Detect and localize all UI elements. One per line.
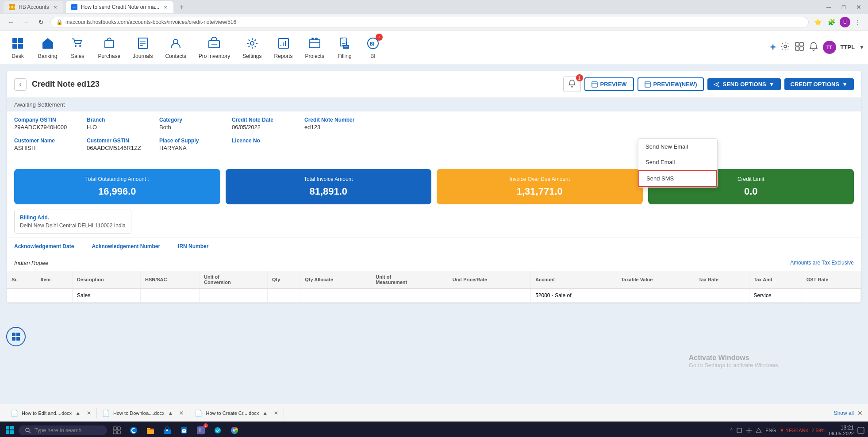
taskbar-search-bar[interactable]: Type here to search xyxy=(19,426,107,435)
taskbar-chrome[interactable] xyxy=(227,423,242,437)
taskbar-file-explorer[interactable] xyxy=(143,423,157,437)
cell-tax-rate xyxy=(694,289,749,303)
nav-item-filling[interactable]: Filling xyxy=(330,32,359,63)
banking-icon xyxy=(40,35,56,51)
taskbar-notification-icon[interactable] xyxy=(857,427,864,434)
tab-close-2[interactable]: ✕ xyxy=(163,4,168,11)
forward-button[interactable]: → xyxy=(20,16,32,28)
invoice-overdue-box: Invoice Over Due Amount 1,31,771.0 xyxy=(437,169,643,204)
user-avatar[interactable]: TT xyxy=(823,41,836,54)
credit-options-button[interactable]: CREDIT OPTIONS ▼ xyxy=(784,78,854,90)
address-bar[interactable]: 🔒 inaccounts.hostbooks.com/accounts-book… xyxy=(50,17,809,27)
nav-label-journals: Journals xyxy=(133,53,153,59)
preview-new-button[interactable]: PREVIEW(NEW) xyxy=(638,77,704,91)
place-of-supply-label: Place of Supply xyxy=(159,138,221,144)
customer-gstin-label: Customer GSTIN xyxy=(87,138,149,144)
download-item-3[interactable]: 📄 How to Create Cr....docx ▲ ✕ xyxy=(189,408,284,418)
menu-button[interactable]: ⋮ xyxy=(853,17,863,27)
taskbar-edge-icon[interactable] xyxy=(127,423,141,437)
send-new-email-item[interactable]: Send New Email xyxy=(638,139,717,154)
browser-actions: ⭐ 🧩 U ⋮ xyxy=(812,17,863,27)
card-header: ‹ Credit Note ed123 1 PREVIEW PREVIEW(NE… xyxy=(7,71,861,98)
nav-item-banking[interactable]: Banking xyxy=(32,32,63,63)
download-close-2[interactable]: ✕ xyxy=(179,410,184,416)
nav-item-bi[interactable]: BI 7 BI xyxy=(359,32,387,63)
send-sms-item[interactable]: Send SMS xyxy=(638,170,717,187)
cell-account: 52000 - Sale of xyxy=(531,289,616,303)
svg-rect-56 xyxy=(113,431,116,434)
category-field: Category Both xyxy=(159,117,221,130)
place-of-supply-value: HARYANA xyxy=(159,145,221,151)
browser-chrome: HB HB Accounts ✕ → How to send Credit No… xyxy=(0,0,868,31)
nav-item-settings[interactable]: Settings xyxy=(236,32,268,63)
download-close-1[interactable]: ✕ xyxy=(87,410,91,416)
nav-item-sales[interactable]: Sales xyxy=(63,32,92,63)
svg-rect-6 xyxy=(44,44,46,48)
extensions-button[interactable]: 🧩 xyxy=(826,17,837,27)
send-email-item[interactable]: Send Email xyxy=(638,154,717,170)
settings-button[interactable] xyxy=(780,42,790,53)
new-tab-button[interactable]: + xyxy=(176,1,187,13)
download-item-2[interactable]: 📄 How to Downloa....docx ▲ ✕ xyxy=(97,408,189,418)
download-expand-3[interactable]: ▲ xyxy=(262,410,268,416)
grid-view-button[interactable] xyxy=(795,42,804,53)
maximize-button[interactable]: □ xyxy=(838,1,849,13)
col-taxable-value: Taxable Value xyxy=(616,271,694,289)
back-button[interactable]: ‹ xyxy=(14,78,27,91)
nav-item-pro-inventory[interactable]: Pro Inventory xyxy=(192,32,236,63)
nav-item-reports[interactable]: Reports xyxy=(268,32,299,63)
preview-button[interactable]: PREVIEW xyxy=(584,77,634,91)
taskbar-up-arrow[interactable]: ^ xyxy=(730,427,733,433)
download-expand-1[interactable]: ▲ xyxy=(75,410,81,416)
cell-qty-allocate xyxy=(300,289,371,303)
close-downloads-button[interactable]: ✕ xyxy=(857,410,863,417)
company-dropdown-arrow[interactable]: ▼ xyxy=(859,44,864,50)
taskbar-task-view[interactable] xyxy=(110,423,124,437)
minimize-button[interactable]: ─ xyxy=(823,1,834,13)
reload-button[interactable]: ↻ xyxy=(35,16,47,28)
show-all-button[interactable]: Show all xyxy=(834,410,854,416)
nav-item-purchase[interactable]: Purchase xyxy=(92,32,127,63)
taskbar-store[interactable] xyxy=(160,423,174,437)
bi-icon: BI 7 xyxy=(365,35,381,51)
bi-badge: 7 xyxy=(376,34,383,41)
taskbar-teams[interactable]: T 1 xyxy=(194,423,208,437)
total-invoice-value: 81,891.0 xyxy=(233,186,425,197)
lock-icon: 🔒 xyxy=(56,19,63,25)
taskbar-widget[interactable] xyxy=(211,423,225,437)
download-close-3[interactable]: ✕ xyxy=(274,410,278,416)
bookmark-button[interactable]: ⭐ xyxy=(812,17,823,27)
download-label-1: How to Edit and....docx xyxy=(22,410,72,416)
browser-tab-1[interactable]: HB HB Accounts ✕ xyxy=(4,1,63,13)
profile-button[interactable]: U xyxy=(840,17,850,27)
tab-close-1[interactable]: ✕ xyxy=(53,4,58,11)
status-bar: Awaiting Settlement xyxy=(7,98,861,111)
download-item-1[interactable]: 📄 How to Edit and....docx ▲ ✕ xyxy=(5,408,97,418)
taskbar-right: ^ ENG ▼ YESBANK -2.59% 13:21 06-05-2022 xyxy=(730,425,864,436)
send-options-button[interactable]: SEND OPTIONS ▼ xyxy=(707,78,780,90)
add-button[interactable]: + xyxy=(770,42,776,53)
nav-item-desk[interactable]: Desk xyxy=(4,32,32,63)
notification-bell-button[interactable] xyxy=(809,42,818,53)
browser-tab-2[interactable]: → How to send Credit Note on ma... ✕ xyxy=(66,1,173,13)
billing-link[interactable]: Billing Add. xyxy=(20,215,126,221)
total-invoice-box: Total Invoice Amount 81,891.0 xyxy=(226,169,432,204)
ack-date-label: Acknowledgement Date xyxy=(14,243,74,249)
notification-button[interactable]: 1 xyxy=(563,77,581,92)
stock-indicator: ▼ YESBANK -2.59% xyxy=(780,428,826,433)
close-window-button[interactable]: ✕ xyxy=(853,1,864,13)
download-expand-2[interactable]: ▲ xyxy=(168,410,173,416)
back-button[interactable]: ← xyxy=(5,16,17,28)
nav-item-journals[interactable]: Journals xyxy=(127,32,159,63)
svg-rect-1 xyxy=(18,38,23,43)
items-table: Sr. Item Description HSN/SAC Unit ofConv… xyxy=(7,271,861,303)
grid-icon-button[interactable] xyxy=(6,327,26,346)
svg-rect-24 xyxy=(309,40,320,48)
nav-item-contacts[interactable]: Contacts xyxy=(159,32,192,63)
svg-marker-69 xyxy=(756,428,761,433)
invoice-overdue-label: Invoice Over Due Amount xyxy=(444,176,636,182)
svg-point-34 xyxy=(784,45,787,48)
start-button[interactable] xyxy=(4,424,16,437)
nav-item-projects[interactable]: Projects xyxy=(299,32,330,63)
taskbar-outlook[interactable] xyxy=(177,423,191,437)
